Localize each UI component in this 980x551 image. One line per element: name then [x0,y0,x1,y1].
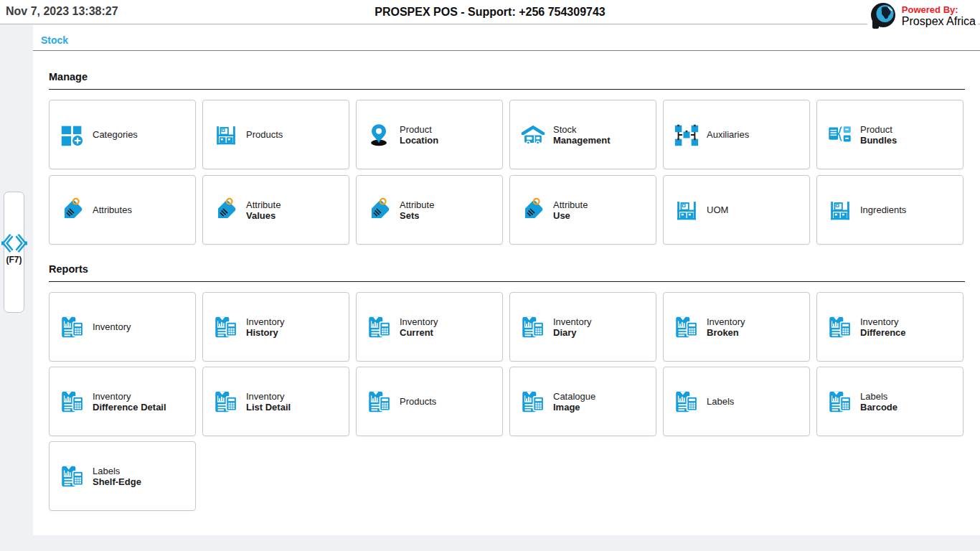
tile-grid: Categories Products Product Location Sto… [49,100,967,245]
tile-labels-shelf-edge[interactable]: Labels Shelf-Edge [49,441,196,511]
tile-label-line2: Bundles [860,135,897,146]
report-icon [212,314,240,341]
tile-uom[interactable]: UOM [663,175,810,245]
report-icon [59,463,86,490]
tab-stock[interactable]: Stock [41,34,68,46]
warehouse-truck-icon [519,121,547,149]
tile-inventory-list-detail[interactable]: Inventory List Detail [202,367,349,436]
tile-attribute-sets[interactable]: Attribute Sets [356,175,503,245]
tile-inventory-current[interactable]: Inventory Current [356,292,503,362]
tile-label-line1: UOM [707,204,728,215]
tile-label-line1: Inventory [246,316,284,327]
tile-label-line1: Product [400,124,438,135]
tile-products[interactable]: Products [202,100,349,169]
report-icon [212,388,240,415]
tile-attribute-use[interactable]: Attribute Use [509,175,656,245]
main-panel: Stock Manage Categories Products Product… [33,25,980,535]
shelf-icon [826,197,854,224]
sections-container: Manage Categories Products Product Locat… [33,51,980,511]
section-title: Reports [49,263,980,275]
tile-label-line1: Categories [93,129,138,140]
tile-ingredients[interactable]: Ingredients [816,175,963,245]
brand: Powered By: Prospex Africa [867,1,978,31]
network-nodes-icon [673,121,700,149]
tile-inventory-broken[interactable]: Inventory Broken [663,292,810,362]
tile-label-line1: Labels [93,466,141,476]
report-icon [673,314,700,341]
tile-label-line1: Labels [707,396,734,407]
tile-product-bundles[interactable]: Product Bundles [816,100,963,169]
tile-labels-barcode[interactable]: Labels Barcode [816,367,963,436]
tile-label-line1: Auxiliaries [707,129,749,140]
tile-label-line1: Ingredients [860,204,906,215]
tile-label-line2: Location [400,135,438,146]
app-header: Nov 7, 2023 13:38:27 PROSPEX POS - Suppo… [0,0,980,24]
tile-stock-management[interactable]: Stock Management [509,100,656,169]
tile-grid: Inventory Inventory History Inventory Cu… [49,292,967,511]
report-icon [59,388,86,415]
tile-label-line2: Difference Detail [93,402,166,413]
tile-label-line1: Attribute [400,199,434,210]
report-icon [59,314,86,341]
tile-inventory-diary[interactable]: Inventory Diary [509,292,656,362]
tile-catalogue-image[interactable]: Catalogue Image [509,367,656,436]
tile-label-line1: Inventory [860,316,906,327]
tile-label-line1: Labels [860,391,897,402]
tile-inventory-history[interactable]: Inventory History [202,292,349,362]
map-pin-icon [366,121,393,149]
tile-label-line1: Inventory [400,316,438,327]
powered-by-label: Powered By: [902,4,976,16]
tile-inventory-difference-detail[interactable]: Inventory Difference Detail [49,367,196,436]
tile-categories[interactable]: Categories [49,100,196,169]
tile-product-location[interactable]: Product Location [356,100,503,169]
tile-label-line2: Broken [707,327,745,338]
price-tag-icon [59,197,86,224]
tile-inventory-difference[interactable]: Inventory Difference [816,292,963,362]
tile-label-line2: Management [553,135,610,146]
document-bundle-icon [826,121,854,149]
report-icon [519,314,547,341]
tile-auxiliaries[interactable]: Auxiliaries [663,100,810,169]
tile-label-line2: Image [553,402,595,413]
tile-label-line1: Products [400,396,436,407]
tile-label-line1: Stock [553,124,610,135]
tile-label-line2: Values [246,210,281,221]
tile-label-line1: Inventory [553,316,591,327]
tile-label-line2: List Detail [246,402,291,413]
tab-bar: Stock [33,25,980,51]
side-button-fkey-label: (F7) [6,255,22,265]
tile-label-line2: Current [400,327,438,338]
tile-label-line2: History [246,327,284,338]
report-icon [366,314,393,341]
report-icon [366,388,393,415]
prospex-globe-logo-icon [870,1,898,30]
tile-labels[interactable]: Labels [663,367,810,436]
section-divider [49,89,965,90]
double-chevron-icon [2,234,27,253]
price-tag-icon [366,197,393,224]
tile-label-line1: Products [246,129,283,140]
report-icon [673,388,700,415]
tile-products[interactable]: Products [356,367,503,436]
shelf-icon [673,197,700,224]
section-manage: Manage Categories Products Product Locat… [49,51,980,245]
side-panel-toggle-button[interactable]: (F7) [4,192,24,313]
tile-label-line1: Product [860,124,897,135]
section-title: Manage [49,71,980,83]
tile-label-line2: Use [553,210,588,221]
tile-label-line1: Inventory [93,321,131,332]
app-title: PROSPEX POS - Support: +256 754309743 [0,6,980,19]
report-icon [519,388,547,415]
section-reports: Reports Inventory Inventory History Inve… [49,245,980,511]
categories-icon [59,121,86,149]
tile-inventory[interactable]: Inventory [49,292,196,362]
tile-attribute-values[interactable]: Attribute Values [202,175,349,245]
tile-label-line1: Attribute [246,199,281,210]
tile-attributes[interactable]: Attributes [49,175,196,245]
tile-label-line2: Difference [860,327,906,338]
price-tag-icon [519,197,547,224]
report-icon [826,314,854,341]
tile-label-line1: Attributes [93,204,132,215]
tile-label-line1: Catalogue [553,391,595,402]
price-tag-icon [212,197,240,224]
